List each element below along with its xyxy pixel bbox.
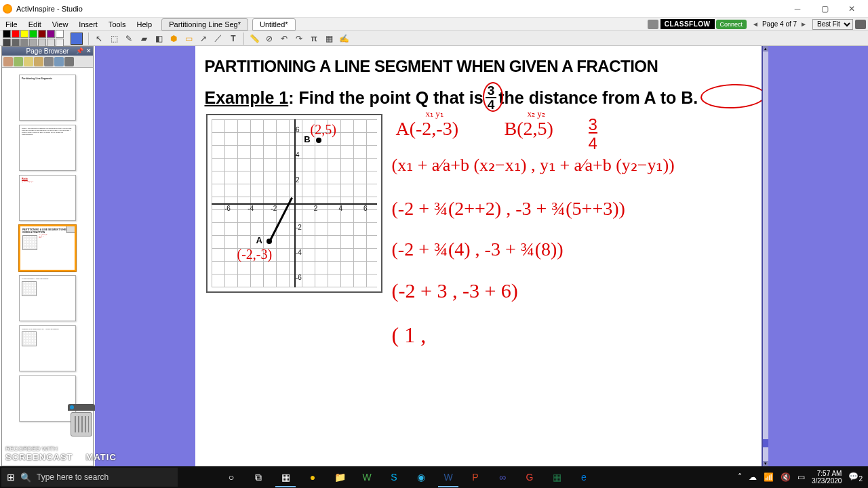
page-browser-title[interactable]: Page Browser 📌 ✕	[2, 47, 93, 56]
app-camera[interactable]: ◉	[408, 467, 434, 487]
close-button[interactable]: ✕	[838, 1, 865, 17]
swatch-black[interactable]	[3, 30, 11, 38]
trash-panel[interactable]	[68, 404, 95, 438]
menu-tools[interactable]: Tools	[103, 19, 132, 30]
vertical-scrollbar[interactable]: ▴ ▾	[762, 46, 768, 466]
ink-formula: (x₁ + a⁄a+b (x₂−x₁) , y₁ + a⁄a+b (y₂−y₁)…	[392, 155, 675, 176]
shape-tool[interactable]: ▭	[182, 33, 195, 45]
example-text: Example 1 : Find the point Q that is 3 4…	[205, 84, 698, 111]
app-word[interactable]: W	[435, 467, 461, 487]
pen-tool[interactable]: ✎	[122, 33, 136, 45]
menu-edit[interactable]: Edit	[23, 19, 47, 30]
cortana-icon[interactable]: ○	[218, 467, 244, 487]
swatch-white[interactable]	[56, 30, 64, 38]
connector-tool[interactable]: ↗	[197, 33, 210, 45]
swatch-purple[interactable]	[47, 30, 55, 38]
volume-icon[interactable]: 🔇	[781, 472, 791, 482]
ink-step5: ( 1 ,	[392, 323, 427, 348]
thumb-2[interactable]: Today I am learning to partition line se…	[19, 125, 76, 171]
app-chrome[interactable]: ●	[300, 467, 326, 487]
thumb-3[interactable]: Ratio x₁+a/(a+b)(x₂-x₁)...	[19, 175, 76, 221]
pb-tool-1[interactable]	[3, 57, 13, 66]
menu-help[interactable]: Help	[132, 19, 158, 30]
current-color[interactable]	[71, 33, 83, 45]
taskbar-apps: ○ ⧉ ▦ ● 📁 W S ◉ W P ∞ G ▦ e	[218, 467, 597, 487]
taskview-icon[interactable]: ⧉	[245, 467, 271, 487]
app-green[interactable]: W	[354, 467, 380, 487]
document-tab-2[interactable]: Untitled*	[252, 18, 296, 30]
app-teams[interactable]: ∞	[490, 467, 515, 487]
page-tool[interactable]: ▦	[322, 33, 336, 45]
maximize-button[interactable]: ▢	[811, 1, 838, 17]
notifications-icon[interactable]: 💬2	[848, 472, 863, 483]
classflow-badge[interactable]: CLASSFLOW	[660, 19, 715, 29]
zoom-select[interactable]: Best Fit	[812, 19, 853, 30]
math-tool[interactable]: π	[307, 33, 321, 45]
marquee-tool[interactable]: ⬚	[107, 33, 121, 45]
menu-insert[interactable]: Insert	[73, 19, 103, 30]
app-gdrive[interactable]: G	[517, 467, 542, 487]
menu-view[interactable]: View	[47, 19, 74, 30]
pin-icon[interactable]: 📌	[76, 47, 83, 54]
swatch-darkred[interactable]	[38, 30, 46, 38]
clear-tool[interactable]: ⊘	[262, 33, 276, 45]
ruler-tool[interactable]: 📏	[248, 33, 261, 45]
connect-button[interactable]: Connect	[716, 20, 747, 29]
a-to-b-text: A to B.	[644, 88, 698, 108]
document-tab-1[interactable]: Partitioning Line Seg*	[161, 18, 248, 30]
red-circle-fraction	[483, 82, 503, 112]
clock[interactable]: 7:57 AM 3/23/2020	[812, 470, 842, 485]
redo-button[interactable]: ↷	[292, 33, 306, 45]
canvas-area[interactable]: PARTITIONING A LINE SEGMENT WHEN GIVEN A…	[95, 46, 868, 466]
flipchart-page[interactable]: PARTITIONING A LINE SEGMENT WHEN GIVEN A…	[195, 46, 762, 466]
app-powerpoint[interactable]: P	[462, 467, 488, 487]
start-button[interactable]: ⊞	[7, 472, 15, 483]
pb-tool-3[interactable]	[24, 57, 33, 66]
annotate-mode-icon[interactable]	[855, 20, 866, 29]
tray-up-icon[interactable]: ˄	[738, 472, 742, 482]
pb-tool-2[interactable]	[14, 57, 23, 66]
swatch-green[interactable]	[29, 30, 37, 38]
menu-file[interactable]: File	[0, 19, 23, 30]
page-browser-toolbar	[2, 56, 93, 68]
pb-tool-5[interactable]	[44, 57, 54, 66]
minimize-button[interactable]: ─	[784, 1, 811, 17]
thumb-1[interactable]: Partitioning Line Segments	[19, 75, 76, 121]
line-tool[interactable]: ／	[212, 33, 225, 45]
app-excel[interactable]: ▦	[544, 467, 570, 487]
coordinate-grid: -6 -4 -2 2 4 6 6 4 2 -2 -4 -6 A	[206, 114, 382, 293]
app-explorer[interactable]: 📁	[327, 467, 353, 487]
panel-close-icon[interactable]: ✕	[86, 47, 92, 54]
screenshot-icon[interactable]	[648, 20, 658, 29]
swatch-yellow[interactable]	[20, 30, 28, 38]
fill-tool[interactable]: ⬢	[167, 33, 180, 45]
undo-button[interactable]: ↶	[277, 33, 291, 45]
select-tool[interactable]: ↖	[92, 33, 106, 45]
thumb-5[interactable]: PARTITIONING A LINE SEGMENT	[19, 275, 76, 321]
prev-page-button[interactable]: ◄	[751, 20, 760, 28]
lang-icon[interactable]: ▭	[797, 472, 805, 482]
thumb-6[interactable]: FINDING THE MIDPOINT OF A LINE SEGMENT	[19, 325, 76, 371]
app-edge[interactable]: e	[571, 467, 597, 487]
wifi-icon[interactable]: 📶	[764, 472, 774, 482]
pb-tool-6[interactable]	[54, 57, 64, 66]
page-browser-panel: Page Browser 📌 ✕ Partitioning Line Segme…	[1, 46, 94, 466]
app-skype[interactable]: S	[381, 467, 407, 487]
ink-step4: (-2 + 3 , -3 + 6)	[392, 279, 518, 302]
pb-tool-4[interactable]	[34, 57, 43, 66]
taskbar-search[interactable]: ⊞ 🔍 Type here to search	[1, 468, 178, 487]
fraction-3-4: 3 4	[486, 84, 497, 111]
pb-tool-7[interactable]	[64, 57, 74, 66]
ink-line-b: B(2,5)	[505, 118, 553, 140]
next-page-button[interactable]: ►	[799, 20, 808, 28]
trash-icon[interactable]	[71, 412, 92, 436]
app-activinspire[interactable]: ▦	[273, 467, 298, 487]
color-palette[interactable]	[3, 30, 64, 47]
swatch-red[interactable]	[12, 30, 20, 38]
highlighter-tool[interactable]: ▰	[137, 33, 151, 45]
eraser-tool[interactable]: ◧	[152, 33, 165, 45]
handwriting-tool[interactable]: ✍	[337, 33, 351, 45]
text-tool[interactable]: T	[226, 33, 240, 45]
cloud-icon[interactable]: ☁	[749, 472, 757, 482]
thumb-4[interactable]: PARTITIONING A LINE SEGMENT WHEN GIVEN A…	[19, 225, 76, 271]
